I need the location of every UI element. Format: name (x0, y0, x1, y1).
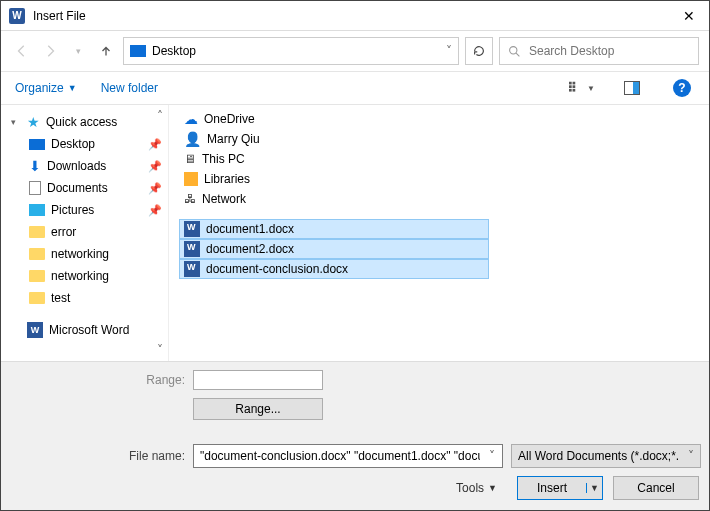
tools-label: Tools (456, 481, 484, 495)
title-bar: W Insert File ✕ (1, 1, 709, 31)
sidebar-item-word[interactable]: ▸ W Microsoft Word (5, 319, 166, 341)
filename-label: File name: (9, 449, 185, 463)
chevron-down-icon: ▾ (11, 117, 21, 127)
footer: Range: Range... File name: ˅ All Word Do… (1, 362, 709, 510)
word-icon: W (27, 322, 43, 338)
range-button[interactable]: Range... (193, 398, 323, 420)
chevron-down-icon: ˅ (688, 449, 694, 463)
sidebar-item-documents[interactable]: Documents 📌 (5, 177, 166, 199)
list-item-onedrive[interactable]: ☁ OneDrive (179, 109, 699, 129)
sidebar-item-label: Desktop (51, 137, 95, 151)
svg-rect-6 (569, 89, 572, 92)
docx-icon (184, 241, 200, 257)
sidebar-item-test[interactable]: test (5, 287, 166, 309)
scroll-up-icon[interactable]: ˄ (154, 109, 166, 123)
file-list[interactable]: ☁ OneDrive 👤 Marry Qiu 🖥 This PC Librari… (169, 105, 709, 361)
svg-rect-9 (633, 82, 639, 94)
back-button[interactable] (11, 40, 33, 62)
sidebar-item-label: Pictures (51, 203, 94, 217)
pin-icon: 📌 (148, 138, 162, 151)
sidebar-item-label: test (51, 291, 70, 305)
new-folder-button[interactable]: New folder (101, 81, 158, 95)
breadcrumb[interactable]: Desktop (152, 44, 440, 58)
folder-icon (29, 226, 45, 238)
list-item-label: document-conclusion.docx (206, 262, 348, 276)
insert-button[interactable]: Insert ▼ (517, 476, 603, 500)
recent-locations-button[interactable]: ▾ (67, 40, 89, 62)
body: ˄ ▾ ★ Quick access Desktop 📌 ⬇ Downloads… (1, 105, 709, 362)
desktop-icon (130, 45, 146, 57)
scroll-down-icon[interactable]: ˅ (154, 343, 166, 357)
svg-line-1 (516, 53, 519, 56)
sidebar-item-downloads[interactable]: ⬇ Downloads 📌 (5, 155, 166, 177)
sidebar-item-error[interactable]: error (5, 221, 166, 243)
view-options-button[interactable]: ▼ (569, 77, 595, 99)
range-input[interactable] (193, 370, 323, 390)
libraries-icon (184, 172, 198, 186)
docx-icon (184, 221, 200, 237)
word-app-icon: W (9, 8, 25, 24)
insert-split-icon[interactable]: ▼ (586, 483, 602, 493)
chevron-down-icon: ▼ (587, 84, 595, 93)
cancel-button[interactable]: Cancel (613, 476, 699, 500)
filter-label: All Word Documents (*.docx;*.docm;...) (518, 449, 678, 463)
star-icon: ★ (27, 114, 40, 130)
quick-access-node[interactable]: ▾ ★ Quick access (5, 111, 166, 133)
chevron-right-icon: ▸ (11, 325, 21, 335)
list-item-label: Marry Qiu (207, 132, 260, 146)
tools-menu[interactable]: Tools ▼ (456, 481, 497, 495)
sidebar-item-networking-2[interactable]: networking (5, 265, 166, 287)
folder-icon (29, 270, 45, 282)
cancel-label: Cancel (637, 481, 674, 495)
file-type-filter[interactable]: All Word Documents (*.docx;*.docm;...) ˅ (511, 444, 701, 468)
pc-icon: 🖥 (184, 152, 196, 166)
refresh-button[interactable] (465, 37, 493, 65)
new-folder-label: New folder (101, 81, 158, 95)
sidebar-item-label: Microsoft Word (49, 323, 129, 337)
address-dropdown-icon[interactable]: ˅ (446, 44, 452, 58)
sidebar-item-label: Documents (47, 181, 108, 195)
sidebar-item-pictures[interactable]: Pictures 📌 (5, 199, 166, 221)
preview-pane-button[interactable] (619, 77, 645, 99)
organize-menu[interactable]: Organize ▼ (15, 81, 77, 95)
list-item-document-conclusion[interactable]: document-conclusion.docx (179, 259, 489, 279)
up-button[interactable] (95, 40, 117, 62)
svg-rect-3 (573, 82, 576, 85)
help-icon: ? (673, 79, 691, 97)
user-icon: 👤 (184, 131, 201, 147)
sidebar-item-desktop[interactable]: Desktop 📌 (5, 133, 166, 155)
search-box[interactable] (499, 37, 699, 65)
sidebar-item-label: error (51, 225, 76, 239)
list-item-document1[interactable]: document1.docx (179, 219, 489, 239)
filename-input[interactable] (196, 449, 484, 463)
download-icon: ⬇ (29, 158, 41, 174)
forward-button[interactable] (39, 40, 61, 62)
pin-icon: 📌 (148, 160, 162, 173)
network-icon: 🖧 (184, 192, 196, 206)
quick-access-label: Quick access (46, 115, 117, 129)
document-icon (29, 181, 41, 195)
svg-rect-7 (573, 89, 576, 92)
chevron-down-icon[interactable]: ˅ (484, 449, 500, 463)
sidebar-item-label: networking (51, 247, 109, 261)
close-button[interactable]: ✕ (669, 1, 709, 31)
navigation-pane[interactable]: ˄ ▾ ★ Quick access Desktop 📌 ⬇ Downloads… (1, 105, 169, 361)
list-item-document2[interactable]: document2.docx (179, 239, 489, 259)
list-item-network[interactable]: 🖧 Network (179, 189, 699, 209)
sidebar-item-label: Downloads (47, 159, 106, 173)
list-item-label: document2.docx (206, 242, 294, 256)
list-item-user[interactable]: 👤 Marry Qiu (179, 129, 699, 149)
svg-rect-5 (573, 85, 576, 88)
toolbar: Organize ▼ New folder ▼ ? (1, 71, 709, 105)
help-button[interactable]: ? (669, 77, 695, 99)
list-item-thispc[interactable]: 🖥 This PC (179, 149, 699, 169)
search-input[interactable] (527, 43, 690, 59)
list-item-libraries[interactable]: Libraries (179, 169, 699, 189)
insert-label: Insert (518, 481, 586, 495)
filename-combobox[interactable]: ˅ (193, 444, 503, 468)
list-item-label: OneDrive (204, 112, 255, 126)
sidebar-item-networking[interactable]: networking (5, 243, 166, 265)
address-bar[interactable]: Desktop ˅ (123, 37, 459, 65)
pictures-icon (29, 204, 45, 216)
window-title: Insert File (33, 9, 669, 23)
